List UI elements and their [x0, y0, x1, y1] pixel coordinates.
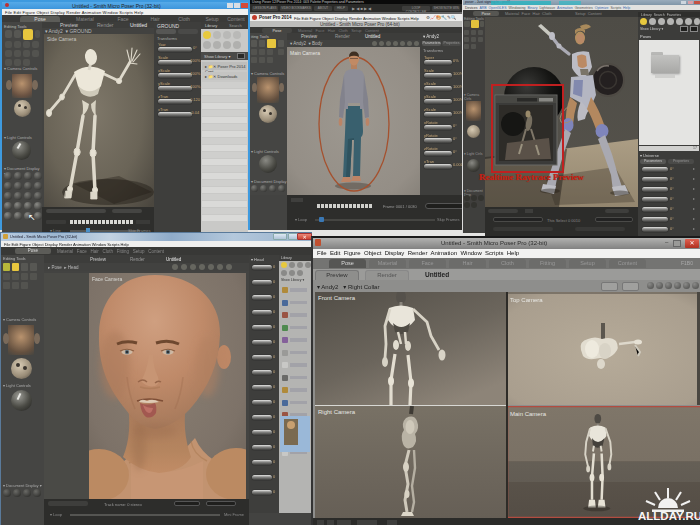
svg-text:Main Camera: Main Camera: [510, 411, 547, 417]
svg-text:Main Camera: Main Camera: [290, 50, 320, 56]
svg-text:Top Camera: Top Camera: [510, 297, 543, 303]
svg-text:Side Camera: Side Camera: [47, 36, 76, 42]
svg-text:Front Camera: Front Camera: [318, 295, 356, 301]
svg-text:ALLDAY.RU: ALLDAY.RU: [638, 510, 700, 522]
svg-text:Right Camera: Right Camera: [318, 409, 356, 415]
svg-text:Face Camera: Face Camera: [92, 276, 123, 282]
